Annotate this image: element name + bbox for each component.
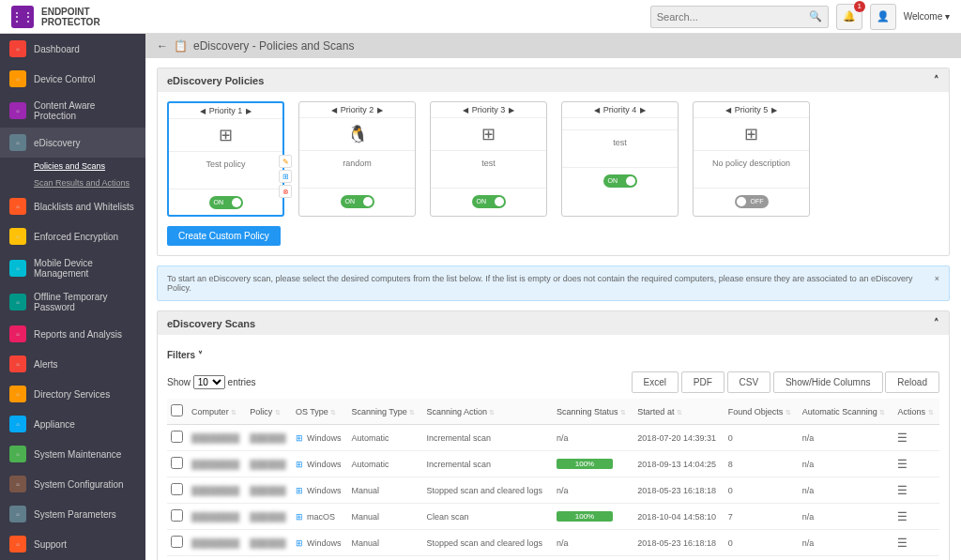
close-banner-icon[interactable]: × <box>935 274 939 293</box>
priority-left-icon[interactable]: ◀ <box>459 106 472 114</box>
sidebar-item-offline-temporary-password[interactable]: ▫Offline Temporary Password <box>0 285 145 319</box>
search-box[interactable]: 🔍 <box>650 6 829 28</box>
row-actions-icon[interactable]: ☰ <box>897 431 908 445</box>
brand-text: ENDPOINT PROTECTOR <box>41 7 100 27</box>
row-checkbox[interactable] <box>171 483 183 495</box>
sidebar-item-system-configuration[interactable]: ▫System Configuration <box>0 469 145 499</box>
collapse-scans-icon[interactable]: ˄ <box>934 317 939 329</box>
row-checkbox[interactable] <box>171 509 183 522</box>
nav-icon: ▫ <box>9 416 26 432</box>
column-header[interactable]: Automatic Scanning ⇅ <box>799 399 894 425</box>
priority-right-icon[interactable]: ▶ <box>505 106 518 114</box>
sidebar-subitem[interactable]: Scan Results and Actions <box>0 174 145 191</box>
column-header[interactable]: Started at ⇅ <box>633 399 724 425</box>
edit-icon[interactable]: ✎ <box>279 155 292 168</box>
copy-icon[interactable]: ⊞ <box>279 170 292 183</box>
entries-select[interactable]: 10 <box>193 375 225 389</box>
nav-icon: ▫ <box>9 40 26 57</box>
column-header[interactable]: Computer ⇅ <box>188 399 246 425</box>
sidebar-item-blacklists-and-whitelists[interactable]: ▫Blacklists and Whitelists <box>0 191 145 221</box>
policy-card[interactable]: ◀ Priority 3 ▶ ⊞ test ON <box>430 101 547 217</box>
policy-toggle[interactable]: ON <box>341 195 374 208</box>
column-header[interactable]: Scanning Action ⇅ <box>422 399 553 425</box>
row-checkbox[interactable] <box>171 457 183 469</box>
priority-left-icon[interactable]: ◀ <box>722 106 735 114</box>
welcome-label[interactable]: Welcome ▾ <box>904 11 950 22</box>
auto-scan-cell: n/a <box>799 425 894 451</box>
priority-right-icon[interactable]: ▶ <box>768 106 781 114</box>
scan-status-cell: 100% <box>553 504 633 530</box>
column-header[interactable]: Actions ⇅ <box>893 399 939 425</box>
scan-type-cell: Automatic <box>347 425 422 451</box>
back-arrow-icon[interactable]: ← <box>157 39 168 53</box>
priority-left-icon[interactable]: ◀ <box>328 106 341 114</box>
filters-toggle[interactable]: Filters ˅ <box>167 344 939 366</box>
policy-card[interactable]: ◀ Priority 5 ▶ ⊞ No policy description O… <box>693 101 810 217</box>
collapse-policies-icon[interactable]: ˄ <box>934 74 939 86</box>
delete-icon[interactable]: ⊗ <box>279 185 292 198</box>
column-header[interactable]: OS Type ⇅ <box>292 399 348 425</box>
policy-toggle[interactable]: ON <box>472 195 506 208</box>
nav-label: Alerts <box>34 359 58 370</box>
select-all-checkbox[interactable] <box>171 404 183 416</box>
excel-button[interactable]: Excel <box>632 371 679 393</box>
sidebar-item-enforced-encryption[interactable]: ▫Enforced Encryption <box>0 221 145 251</box>
sidebar-item-reports-and-analysis[interactable]: ▫Reports and Analysis <box>0 319 145 349</box>
priority-right-icon[interactable]: ▶ <box>374 106 387 114</box>
priority-label: Priority 5 <box>735 105 769 114</box>
policy-toggle[interactable]: ON <box>603 174 637 188</box>
search-input[interactable] <box>657 11 809 23</box>
sidebar-item-system-maintenance[interactable]: ▫System Maintenance <box>0 439 145 469</box>
sidebar-item-support[interactable]: ▫Support <box>0 529 145 559</box>
policy-card[interactable]: ◀ Priority 1 ▶ ⊞ Test policy ON ✎⊞⊗ <box>167 101 284 217</box>
computer-cell: ████████ <box>191 433 239 443</box>
csv-button[interactable]: CSV <box>727 371 771 393</box>
row-checkbox[interactable] <box>171 536 183 548</box>
search-icon[interactable]: 🔍 <box>809 10 822 23</box>
policy-cell: ██████ <box>250 486 285 495</box>
started-cell: 2018-10-04 14:58:10 <box>633 504 724 530</box>
nav-label: Reports and Analysis <box>34 329 122 340</box>
row-actions-icon[interactable]: ☰ <box>897 484 908 497</box>
reload-button[interactable]: Reload <box>885 371 939 393</box>
policy-cell: ██████ <box>250 538 285 548</box>
user-menu-button[interactable]: 👤 <box>870 4 896 30</box>
columns-button[interactable]: Show/Hide Columns <box>773 371 883 393</box>
sidebar-item-dashboard[interactable]: ▫Dashboard <box>0 34 145 64</box>
sidebar-item-ediscovery[interactable]: ▫eDiscovery <box>0 128 145 158</box>
column-header[interactable]: Policy ⇅ <box>246 399 292 425</box>
column-header[interactable]: Scanning Status ⇅ <box>553 399 633 425</box>
priority-right-icon[interactable]: ▶ <box>242 107 255 115</box>
policy-toggle[interactable]: ON <box>209 196 243 209</box>
create-policy-button[interactable]: Create Custom Policy <box>167 226 281 246</box>
nav-label: Enforced Encryption <box>34 232 118 242</box>
priority-left-icon[interactable]: ◀ <box>196 107 209 115</box>
page-title: eDiscovery - Policies and Scans <box>193 39 354 53</box>
row-checkbox[interactable] <box>171 431 183 443</box>
row-actions-icon[interactable]: ☰ <box>897 458 908 471</box>
sidebar-item-device-control[interactable]: ▫Device Control <box>0 64 145 94</box>
sidebar-subitem[interactable]: Policies and Scans <box>0 158 145 174</box>
pdf-button[interactable]: PDF <box>681 371 725 393</box>
notifications-button[interactable]: 🔔 1 <box>836 4 862 30</box>
sidebar-item-appliance[interactable]: ▫Appliance <box>0 409 145 439</box>
policy-card[interactable]: ◀ Priority 2 ▶ 🐧 random ON <box>298 101 416 217</box>
policy-toggle[interactable]: OFF <box>735 195 769 208</box>
sidebar-item-system-parameters[interactable]: ▫System Parameters <box>0 499 145 529</box>
sidebar-item-content-aware-protection[interactable]: ▫Content Aware Protection <box>0 94 145 128</box>
nav-icon: ▫ <box>9 446 26 462</box>
info-banner: To start an eDiscovery scan, please sele… <box>157 265 950 301</box>
found-cell: 7 <box>725 504 799 530</box>
computer-cell: ████████ <box>191 538 239 548</box>
row-actions-icon[interactable]: ☰ <box>897 537 908 550</box>
priority-left-icon[interactable]: ◀ <box>590 106 603 114</box>
policy-card[interactable]: ◀ Priority 4 ▶ test ON <box>561 101 679 217</box>
sidebar-item-directory-services[interactable]: ▫Directory Services <box>0 379 145 409</box>
column-header[interactable]: Found Objects ⇅ <box>725 399 799 425</box>
row-actions-icon[interactable]: ☰ <box>897 510 908 523</box>
breadcrumb: ← 📋 eDiscovery - Policies and Scans <box>145 34 961 58</box>
sidebar-item-mobile-device-management[interactable]: ▫Mobile Device Management <box>0 251 145 285</box>
sidebar-item-alerts[interactable]: ▫Alerts <box>0 349 145 379</box>
priority-right-icon[interactable]: ▶ <box>636 106 649 114</box>
column-header[interactable]: Scanning Type ⇅ <box>347 399 422 425</box>
